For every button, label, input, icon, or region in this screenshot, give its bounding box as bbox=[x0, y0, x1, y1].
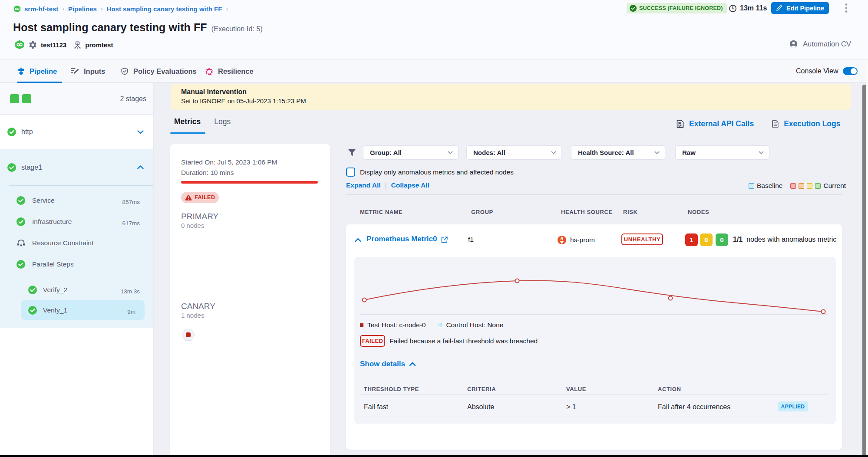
svg-text:API: API bbox=[677, 124, 682, 127]
